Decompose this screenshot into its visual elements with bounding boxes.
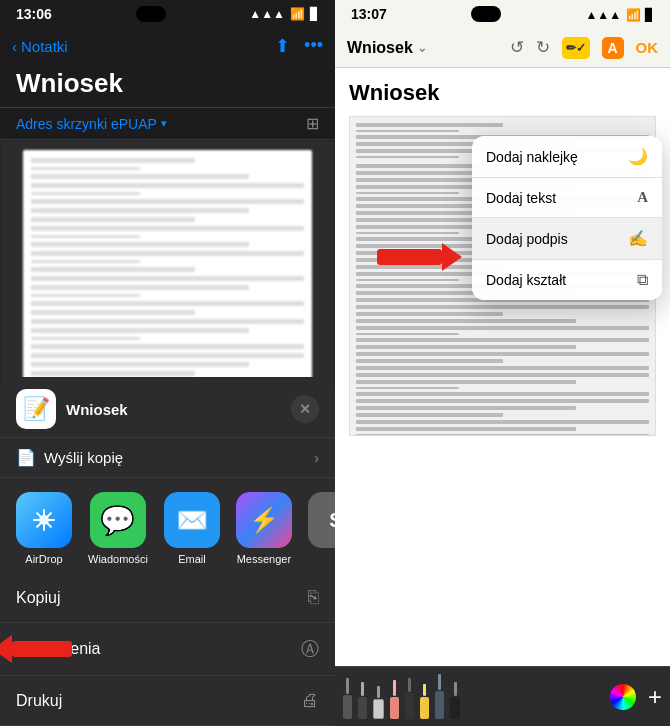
share-icon[interactable]: ⬆ (275, 35, 290, 57)
back-label: Notatki (21, 38, 68, 55)
left-status-icons: ▲▲▲ 📶 ▊ (249, 7, 319, 21)
messenger-icon: ⚡ (236, 492, 292, 548)
wifi-icon: 📶 (290, 7, 305, 21)
pen-tool-5[interactable] (420, 684, 429, 719)
share-app-more[interactable]: S (308, 492, 335, 565)
redo-button[interactable]: ↻ (536, 37, 550, 58)
left-status-bar: 13:06 ▲▲▲ 📶 ▊ (0, 0, 335, 28)
add-sticker-item[interactable]: Dodaj naklejkę 🌙 (472, 136, 662, 177)
back-chevron-icon: ‹ (12, 38, 17, 55)
left-panel: 13:06 ▲▲▲ 📶 ▊ ‹ Notatki ⬆ ••• Wniosek Ad… (0, 0, 335, 726)
add-text-label: Dodaj tekst (486, 190, 556, 206)
ok-button[interactable]: OK (636, 39, 659, 56)
add-text-item[interactable]: Dodaj tekst A (472, 177, 662, 217)
right-battery-icon: ▊ (645, 8, 654, 22)
file-icon: 📄 (16, 448, 36, 467)
add-signature-item[interactable]: Dodaj podpis ✍ (472, 217, 662, 259)
share-app-messages[interactable]: 💬 Wiadomości (88, 492, 148, 565)
share-app-email[interactable]: ✉️ Email (164, 492, 220, 565)
share-sheet: 📝 Wniosek ✕ 📄 Wyślij kopię › (0, 377, 335, 726)
shape-icon: ⧉ (637, 271, 648, 289)
add-shape-label: Dodaj kształt (486, 272, 566, 288)
address-label: Adres skrzynki ePUAP ▾ (16, 116, 167, 132)
copy-label: Kopiuj (16, 589, 60, 607)
chevron-right-icon: › (314, 450, 319, 466)
right-wifi-icon: 📶 (626, 8, 641, 22)
oznaczenia-icon: Ⓐ (301, 637, 319, 661)
add-signature-label: Dodaj podpis (486, 231, 568, 247)
bottom-toolbar: + (335, 666, 670, 726)
airdrop-label: AirDrop (25, 553, 62, 565)
add-shape-item[interactable]: Dodaj kształt ⧉ (472, 259, 662, 300)
add-tool-button[interactable]: + (648, 683, 662, 711)
highlight-button[interactable]: A (602, 37, 624, 59)
back-button[interactable]: ‹ Notatki (12, 38, 68, 55)
more-icon: S (308, 492, 335, 548)
more-icon[interactable]: ••• (304, 35, 323, 57)
share-app-messenger[interactable]: ⚡ Messenger (236, 492, 292, 565)
battery-icon: ▊ (310, 7, 319, 21)
messages-label: Wiadomości (88, 553, 148, 565)
sticker-icon: 🌙 (628, 147, 648, 166)
text-icon: A (637, 189, 648, 206)
red-arrow-right (377, 243, 462, 271)
right-nav-bar: Wniosek ⌄ ↺ ↻ ✏✓ A OK (335, 28, 670, 68)
doc-preview (23, 150, 311, 390)
share-send-copy-label: 📄 Wyślij kopię (16, 448, 123, 467)
grid-icon: ⊞ (306, 114, 319, 133)
mail-label: Email (178, 553, 206, 565)
share-app-icon: 📝 (16, 389, 56, 429)
right-panel: 13:07 ▲▲▲ 📶 ▊ Wniosek ⌄ ↺ ↻ ✏✓ A OK Wnio… (335, 0, 670, 726)
print-icon: 🖨 (301, 690, 319, 711)
right-signal-icon: ▲▲▲ (585, 8, 621, 22)
markup-button[interactable]: ✏✓ (562, 37, 590, 59)
address-chevron-icon: ▾ (161, 117, 167, 130)
arrow-body (377, 249, 442, 265)
mail-icon: ✉️ (164, 492, 220, 548)
arrow-head (442, 243, 462, 271)
left-dynamic-island (136, 6, 166, 22)
right-status-icons: ▲▲▲ 📶 ▊ (585, 5, 654, 23)
signal-icon: ▲▲▲ (249, 7, 285, 21)
oznaczenia-button[interactable]: Oznaczenia Ⓐ (0, 623, 335, 676)
messenger-label: Messenger (237, 553, 291, 565)
copy-button[interactable]: Kopiuj ⎘ (0, 573, 335, 623)
right-dynamic-island (471, 6, 501, 22)
right-note-title: Wniosek (349, 80, 656, 106)
nav-actions: ⬆ ••• (275, 35, 323, 57)
print-button[interactable]: Drukuj 🖨 (0, 676, 335, 726)
pen-tool-2[interactable] (358, 682, 367, 719)
share-close-button[interactable]: ✕ (291, 395, 319, 423)
eraser-tool[interactable] (373, 686, 384, 719)
left-nav-bar: ‹ Notatki ⬆ ••• (0, 28, 335, 64)
copy-icon: ⎘ (308, 587, 319, 608)
pen-tools (343, 674, 600, 719)
pen-tool-1[interactable] (343, 678, 352, 719)
right-nav-actions: ↺ ↻ ✏✓ A OK (510, 37, 659, 59)
share-title: Wniosek (66, 401, 128, 418)
share-title-section: 📝 Wniosek (16, 389, 128, 429)
print-label: Drukuj (16, 692, 62, 710)
pen-tool-3[interactable] (390, 680, 399, 719)
pen-tool-4[interactable] (405, 678, 414, 719)
share-action-row[interactable]: 📄 Wyślij kopię › (0, 438, 335, 478)
note-title: Wniosek (0, 64, 335, 107)
add-sticker-label: Dodaj naklejkę (486, 149, 578, 165)
undo-button[interactable]: ↺ (510, 37, 524, 58)
context-menu: Dodaj naklejkę 🌙 Dodaj tekst A Dodaj pod… (472, 136, 662, 300)
pen-tool-6[interactable] (435, 674, 444, 719)
airdrop-icon (16, 492, 72, 548)
pen-tool-7[interactable] (450, 682, 460, 719)
left-time: 13:06 (16, 6, 52, 22)
share-header: 📝 Wniosek ✕ (0, 377, 335, 438)
right-nav-title: Wniosek ⌄ (347, 39, 427, 57)
right-note-area: Wniosek (335, 68, 670, 666)
signature-icon: ✍ (628, 229, 648, 248)
right-status-bar: 13:07 ▲▲▲ 📶 ▊ (335, 0, 670, 28)
color-picker-button[interactable] (610, 684, 636, 710)
title-chevron-icon: ⌄ (417, 41, 427, 55)
note-image (0, 140, 335, 400)
messages-icon: 💬 (90, 492, 146, 548)
address-bar[interactable]: Adres skrzynki ePUAP ▾ ⊞ (0, 107, 335, 140)
share-app-airdrop[interactable]: AirDrop (16, 492, 72, 565)
